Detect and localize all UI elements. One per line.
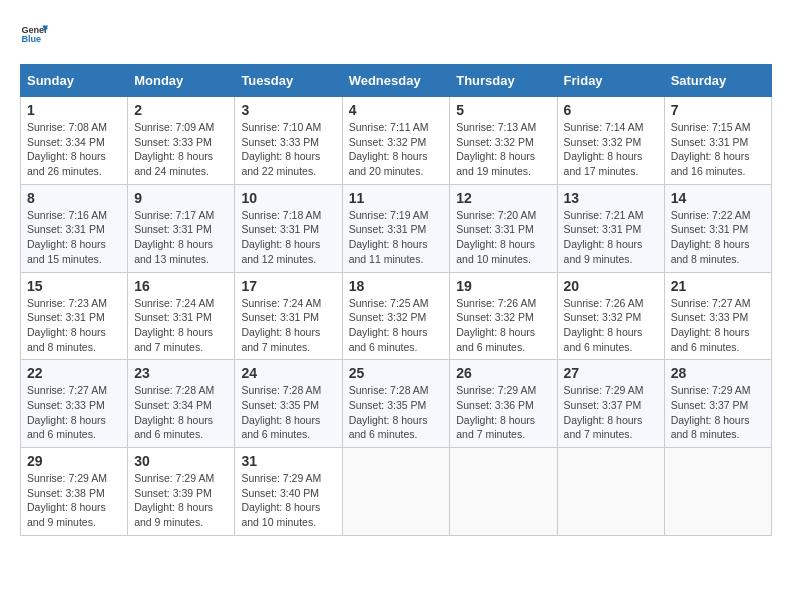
calendar-cell: 17Sunrise: 7:24 AMSunset: 3:31 PMDayligh…	[235, 272, 342, 360]
calendar-cell: 5Sunrise: 7:13 AMSunset: 3:32 PMDaylight…	[450, 97, 557, 185]
day-info: Sunrise: 7:22 AMSunset: 3:31 PMDaylight:…	[671, 208, 765, 267]
day-number: 7	[671, 102, 765, 118]
day-info: Sunrise: 7:29 AMSunset: 3:37 PMDaylight:…	[564, 383, 658, 442]
calendar-cell: 10Sunrise: 7:18 AMSunset: 3:31 PMDayligh…	[235, 184, 342, 272]
calendar-day-header: Tuesday	[235, 65, 342, 97]
calendar-cell: 3Sunrise: 7:10 AMSunset: 3:33 PMDaylight…	[235, 97, 342, 185]
calendar-cell: 7Sunrise: 7:15 AMSunset: 3:31 PMDaylight…	[664, 97, 771, 185]
calendar-cell: 20Sunrise: 7:26 AMSunset: 3:32 PMDayligh…	[557, 272, 664, 360]
calendar-cell: 23Sunrise: 7:28 AMSunset: 3:34 PMDayligh…	[128, 360, 235, 448]
logo-icon: General Blue	[20, 20, 48, 48]
day-number: 27	[564, 365, 658, 381]
calendar-cell: 13Sunrise: 7:21 AMSunset: 3:31 PMDayligh…	[557, 184, 664, 272]
calendar-cell: 15Sunrise: 7:23 AMSunset: 3:31 PMDayligh…	[21, 272, 128, 360]
day-number: 9	[134, 190, 228, 206]
day-info: Sunrise: 7:08 AMSunset: 3:34 PMDaylight:…	[27, 120, 121, 179]
calendar-week-row: 22Sunrise: 7:27 AMSunset: 3:33 PMDayligh…	[21, 360, 772, 448]
day-number: 21	[671, 278, 765, 294]
calendar-cell	[664, 448, 771, 536]
day-info: Sunrise: 7:24 AMSunset: 3:31 PMDaylight:…	[241, 296, 335, 355]
calendar-cell: 4Sunrise: 7:11 AMSunset: 3:32 PMDaylight…	[342, 97, 450, 185]
calendar-day-header: Thursday	[450, 65, 557, 97]
day-info: Sunrise: 7:10 AMSunset: 3:33 PMDaylight:…	[241, 120, 335, 179]
day-number: 3	[241, 102, 335, 118]
day-number: 1	[27, 102, 121, 118]
day-info: Sunrise: 7:28 AMSunset: 3:35 PMDaylight:…	[241, 383, 335, 442]
calendar-cell: 27Sunrise: 7:29 AMSunset: 3:37 PMDayligh…	[557, 360, 664, 448]
day-info: Sunrise: 7:15 AMSunset: 3:31 PMDaylight:…	[671, 120, 765, 179]
day-info: Sunrise: 7:17 AMSunset: 3:31 PMDaylight:…	[134, 208, 228, 267]
calendar-cell: 18Sunrise: 7:25 AMSunset: 3:32 PMDayligh…	[342, 272, 450, 360]
calendar-cell: 30Sunrise: 7:29 AMSunset: 3:39 PMDayligh…	[128, 448, 235, 536]
day-info: Sunrise: 7:29 AMSunset: 3:40 PMDaylight:…	[241, 471, 335, 530]
day-info: Sunrise: 7:26 AMSunset: 3:32 PMDaylight:…	[456, 296, 550, 355]
page-header: General Blue	[20, 20, 772, 48]
calendar-cell: 28Sunrise: 7:29 AMSunset: 3:37 PMDayligh…	[664, 360, 771, 448]
calendar-cell: 24Sunrise: 7:28 AMSunset: 3:35 PMDayligh…	[235, 360, 342, 448]
day-number: 4	[349, 102, 444, 118]
day-number: 8	[27, 190, 121, 206]
calendar-week-row: 15Sunrise: 7:23 AMSunset: 3:31 PMDayligh…	[21, 272, 772, 360]
day-info: Sunrise: 7:14 AMSunset: 3:32 PMDaylight:…	[564, 120, 658, 179]
calendar-week-row: 1Sunrise: 7:08 AMSunset: 3:34 PMDaylight…	[21, 97, 772, 185]
day-info: Sunrise: 7:19 AMSunset: 3:31 PMDaylight:…	[349, 208, 444, 267]
calendar-day-header: Saturday	[664, 65, 771, 97]
calendar-cell: 2Sunrise: 7:09 AMSunset: 3:33 PMDaylight…	[128, 97, 235, 185]
calendar-cell: 22Sunrise: 7:27 AMSunset: 3:33 PMDayligh…	[21, 360, 128, 448]
day-number: 23	[134, 365, 228, 381]
calendar-cell: 25Sunrise: 7:28 AMSunset: 3:35 PMDayligh…	[342, 360, 450, 448]
day-number: 18	[349, 278, 444, 294]
calendar-cell: 1Sunrise: 7:08 AMSunset: 3:34 PMDaylight…	[21, 97, 128, 185]
calendar-cell: 12Sunrise: 7:20 AMSunset: 3:31 PMDayligh…	[450, 184, 557, 272]
day-info: Sunrise: 7:25 AMSunset: 3:32 PMDaylight:…	[349, 296, 444, 355]
day-info: Sunrise: 7:29 AMSunset: 3:38 PMDaylight:…	[27, 471, 121, 530]
day-info: Sunrise: 7:20 AMSunset: 3:31 PMDaylight:…	[456, 208, 550, 267]
calendar-table: SundayMondayTuesdayWednesdayThursdayFrid…	[20, 64, 772, 536]
day-info: Sunrise: 7:28 AMSunset: 3:34 PMDaylight:…	[134, 383, 228, 442]
calendar-day-header: Friday	[557, 65, 664, 97]
day-number: 5	[456, 102, 550, 118]
day-number: 25	[349, 365, 444, 381]
day-number: 14	[671, 190, 765, 206]
day-info: Sunrise: 7:24 AMSunset: 3:31 PMDaylight:…	[134, 296, 228, 355]
day-info: Sunrise: 7:29 AMSunset: 3:36 PMDaylight:…	[456, 383, 550, 442]
calendar-week-row: 29Sunrise: 7:29 AMSunset: 3:38 PMDayligh…	[21, 448, 772, 536]
calendar-cell: 26Sunrise: 7:29 AMSunset: 3:36 PMDayligh…	[450, 360, 557, 448]
calendar-cell	[342, 448, 450, 536]
calendar-day-header: Wednesday	[342, 65, 450, 97]
day-number: 19	[456, 278, 550, 294]
calendar-cell	[557, 448, 664, 536]
calendar-cell: 11Sunrise: 7:19 AMSunset: 3:31 PMDayligh…	[342, 184, 450, 272]
day-info: Sunrise: 7:29 AMSunset: 3:39 PMDaylight:…	[134, 471, 228, 530]
day-number: 10	[241, 190, 335, 206]
day-number: 13	[564, 190, 658, 206]
day-info: Sunrise: 7:29 AMSunset: 3:37 PMDaylight:…	[671, 383, 765, 442]
day-number: 22	[27, 365, 121, 381]
svg-text:Blue: Blue	[21, 34, 41, 44]
day-number: 20	[564, 278, 658, 294]
calendar-cell: 29Sunrise: 7:29 AMSunset: 3:38 PMDayligh…	[21, 448, 128, 536]
day-number: 30	[134, 453, 228, 469]
day-info: Sunrise: 7:18 AMSunset: 3:31 PMDaylight:…	[241, 208, 335, 267]
day-number: 12	[456, 190, 550, 206]
day-info: Sunrise: 7:11 AMSunset: 3:32 PMDaylight:…	[349, 120, 444, 179]
calendar-day-header: Sunday	[21, 65, 128, 97]
calendar-week-row: 8Sunrise: 7:16 AMSunset: 3:31 PMDaylight…	[21, 184, 772, 272]
day-info: Sunrise: 7:23 AMSunset: 3:31 PMDaylight:…	[27, 296, 121, 355]
logo: General Blue	[20, 20, 48, 48]
day-number: 6	[564, 102, 658, 118]
calendar-cell	[450, 448, 557, 536]
calendar-header-row: SundayMondayTuesdayWednesdayThursdayFrid…	[21, 65, 772, 97]
calendar-cell: 19Sunrise: 7:26 AMSunset: 3:32 PMDayligh…	[450, 272, 557, 360]
calendar-cell: 21Sunrise: 7:27 AMSunset: 3:33 PMDayligh…	[664, 272, 771, 360]
day-info: Sunrise: 7:27 AMSunset: 3:33 PMDaylight:…	[671, 296, 765, 355]
day-info: Sunrise: 7:27 AMSunset: 3:33 PMDaylight:…	[27, 383, 121, 442]
day-info: Sunrise: 7:26 AMSunset: 3:32 PMDaylight:…	[564, 296, 658, 355]
calendar-cell: 9Sunrise: 7:17 AMSunset: 3:31 PMDaylight…	[128, 184, 235, 272]
calendar-cell: 16Sunrise: 7:24 AMSunset: 3:31 PMDayligh…	[128, 272, 235, 360]
day-number: 15	[27, 278, 121, 294]
calendar-cell: 8Sunrise: 7:16 AMSunset: 3:31 PMDaylight…	[21, 184, 128, 272]
day-info: Sunrise: 7:21 AMSunset: 3:31 PMDaylight:…	[564, 208, 658, 267]
calendar-cell: 31Sunrise: 7:29 AMSunset: 3:40 PMDayligh…	[235, 448, 342, 536]
day-number: 16	[134, 278, 228, 294]
